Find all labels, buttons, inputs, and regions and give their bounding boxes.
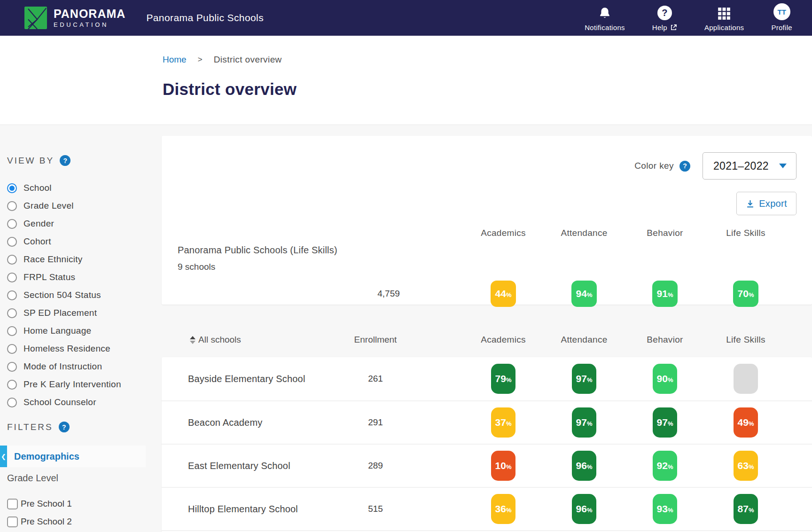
profile-label: Profile — [771, 23, 792, 31]
radio-icon[interactable] — [7, 255, 17, 265]
radio-label: Pre K Early Intervention — [23, 379, 121, 390]
radio-icon[interactable] — [7, 273, 17, 282]
color-key-help-icon[interactable]: ? — [679, 161, 690, 172]
view-by-option[interactable]: Section 504 Status — [7, 286, 162, 304]
collapse-chevron-icon[interactable]: ❮ — [0, 446, 7, 467]
export-button[interactable]: Export — [736, 192, 796, 215]
district-summary-name-cell: Panorama Public Schools (Life Skills) 9 … — [162, 245, 429, 272]
radio-icon[interactable] — [7, 237, 17, 247]
filters-help-icon[interactable]: ? — [59, 422, 70, 432]
download-icon — [746, 199, 755, 208]
score-badge: 91% — [652, 281, 678, 307]
metric-column-header: Behavior — [647, 335, 683, 345]
score-value: 79 — [495, 373, 506, 384]
metric-header-list: AcademicsAttendanceBehaviorLife Skills — [463, 228, 786, 238]
breadcrumb-home-link[interactable]: Home — [163, 55, 187, 65]
school-score-badges: 79% 97% 90% — [463, 364, 786, 394]
view-by-option[interactable]: Gender — [7, 215, 162, 233]
school-name: Hilltop Elementary School — [162, 504, 321, 515]
school-enrollment: 261 — [368, 374, 383, 384]
district-summary-name: Panorama Public Schools (Life Skills) — [178, 245, 429, 256]
top-navbar: PANORAMA EDUCATION Panorama Public Schoo… — [0, 0, 812, 36]
district-summary-card: Color key ? 2021–2022 Export — [162, 136, 812, 305]
notifications-label: Notifications — [585, 23, 625, 31]
view-by-option[interactable]: Cohort — [7, 233, 162, 250]
score-value: 93 — [657, 503, 668, 515]
score-value: 92 — [657, 460, 668, 471]
radio-icon[interactable] — [7, 344, 17, 354]
sort-all-schools-header[interactable]: All schools — [162, 335, 321, 345]
score-value: 97 — [657, 417, 668, 428]
radio-label: School — [23, 183, 52, 193]
grade-option[interactable]: Pre School 1 — [7, 495, 162, 513]
school-year-select[interactable]: 2021–2022 — [703, 152, 796, 180]
view-by-option[interactable]: Pre K Early Intervention — [7, 376, 162, 393]
card-controls: Color key ? 2021–2022 Export — [634, 152, 796, 215]
score-value: 63 — [738, 460, 749, 471]
checkbox-icon[interactable] — [7, 516, 18, 527]
radio-icon[interactable] — [7, 290, 17, 300]
view-by-option[interactable]: FRPL Status — [7, 268, 162, 286]
score-badge: 36% — [491, 494, 515, 524]
view-by-options: School Grade Level Gender Cohort — [7, 179, 162, 411]
score-badge: 97% — [572, 364, 596, 394]
grade-option[interactable]: Pre School 2 — [7, 513, 162, 531]
radio-label: Grade Level — [23, 201, 74, 211]
view-by-option[interactable]: School — [7, 179, 162, 197]
radio-icon[interactable] — [7, 398, 17, 407]
score-badge: 97% — [653, 407, 677, 438]
view-by-option[interactable]: Grade Level — [7, 197, 162, 215]
metric-column-header: Life Skills — [726, 228, 765, 238]
radio-icon[interactable] — [7, 362, 17, 372]
school-score-badges: 36% 96% 93% 87% — [463, 494, 786, 524]
grid-icon — [718, 4, 731, 20]
score-percent-sign: % — [587, 507, 593, 514]
view-by-help-icon[interactable]: ? — [60, 155, 70, 166]
score-value: 36 — [495, 503, 506, 515]
all-schools-label: All schools — [198, 335, 241, 345]
score-badge: 93% — [653, 494, 677, 524]
radio-icon[interactable] — [7, 308, 17, 318]
score-percent-sign: % — [506, 291, 512, 298]
view-by-option[interactable]: Mode of Instruction — [7, 358, 162, 376]
school-score-badges: 10% 96% 92% 63% — [463, 451, 786, 481]
score-percent-sign: % — [749, 507, 754, 514]
summary-metric-headers: AcademicsAttendanceBehaviorLife Skills — [162, 228, 812, 238]
radio-icon[interactable] — [7, 219, 17, 229]
score-badge: 87% — [734, 494, 758, 524]
view-by-option[interactable]: Home Language — [7, 322, 162, 340]
applications-button[interactable]: Applications — [704, 4, 744, 31]
school-enrollment: 515 — [368, 504, 383, 514]
radio-icon[interactable] — [7, 201, 17, 211]
view-by-heading: VIEW BY ? — [7, 155, 162, 166]
navbar-actions: Notifications ? Help — [585, 4, 792, 31]
metric-column-header: Life Skills — [726, 335, 765, 345]
view-by-option[interactable]: SP ED Placement — [7, 304, 162, 322]
metric-column-header: Academics — [481, 335, 526, 345]
table-row: East Elementary School 289 10% 96% — [162, 444, 812, 487]
score-value: 49 — [738, 417, 749, 428]
score-badge — [734, 364, 758, 394]
radio-icon[interactable] — [7, 183, 17, 193]
color-key-row: Color key ? 2021–2022 — [634, 152, 796, 180]
view-by-option[interactable]: School Counselor — [7, 393, 162, 411]
filter-section-demographics[interactable]: ❮ Demographics — [0, 446, 146, 467]
brand-name: PANORAMA — [54, 8, 125, 20]
score-badge: 92% — [653, 451, 677, 481]
checkbox-label: Pre School 2 — [21, 516, 72, 527]
score-badge: 90% — [653, 364, 677, 394]
help-button[interactable]: ? Help — [652, 4, 677, 31]
notifications-button[interactable]: Notifications — [585, 4, 625, 31]
score-percent-sign: % — [668, 420, 673, 427]
radio-icon[interactable] — [7, 326, 17, 336]
filters-label: FILTERS — [7, 422, 53, 432]
radio-label: Home Language — [23, 326, 91, 336]
view-by-option[interactable]: Race Ethnicity — [7, 250, 162, 268]
page-title: District overview — [163, 80, 812, 99]
enrollment-column-header: Enrollment — [354, 335, 397, 345]
profile-button[interactable]: TT Profile — [771, 4, 792, 31]
brand-logo[interactable]: PANORAMA EDUCATION — [24, 7, 125, 29]
checkbox-icon[interactable] — [7, 499, 18, 509]
radio-icon[interactable] — [7, 380, 17, 390]
view-by-option[interactable]: Homeless Residence — [7, 340, 162, 358]
